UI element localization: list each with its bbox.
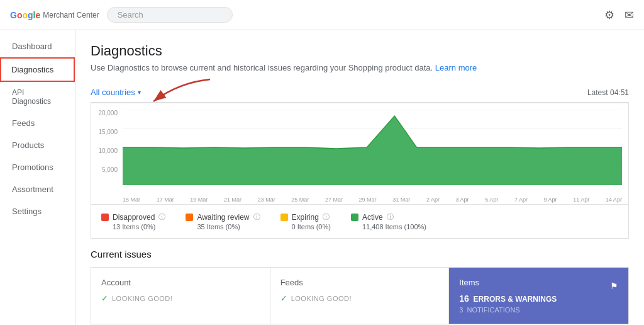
active-info-icon: ⓘ <box>387 212 394 222</box>
account-status: LOOKING GOOD! <box>112 295 172 302</box>
top-bar-left: Google Merchant Center Search <box>10 7 233 23</box>
active-dot <box>351 214 358 221</box>
learn-more-link[interactable]: Learn more <box>435 63 477 72</box>
legend-item-disapproved: Disapproved ⓘ 13 Items (0%) <box>101 212 165 231</box>
active-value: 11,408 Items (100%) <box>351 223 426 231</box>
account-checkmark: ✓ <box>101 294 108 303</box>
settings-icon[interactable]: ⚙ <box>604 8 614 22</box>
items-notifications-line: 3 NOTIFICATIONS <box>459 306 618 314</box>
sidebar-item-api-diagnostics[interactable]: API Diagnostics <box>0 82 75 112</box>
filter-bar: All countries ▾ Latest 04:51 <box>91 83 629 103</box>
country-filter[interactable]: All countries ▾ <box>91 88 141 97</box>
current-issues-section: Current issues Account ✓ LOOKING GOOD! F… <box>91 249 629 324</box>
legend-item-awaiting: Awaiting review ⓘ 35 Items (0%) <box>186 212 260 231</box>
x-label-27mar: 27 Mar <box>325 197 343 203</box>
y-label-10k: 10,000 <box>98 147 118 154</box>
x-label-9apr: 9 Apr <box>544 197 557 203</box>
sidebar-item-feeds[interactable]: Feeds <box>0 112 75 134</box>
account-card-title: Account <box>101 278 260 287</box>
sidebar-item-diagnostics[interactable]: Diagnostics <box>0 57 75 82</box>
country-label: All countries <box>91 88 135 97</box>
account-card: Account ✓ LOOKING GOOD! <box>91 268 270 324</box>
feeds-checkmark: ✓ <box>280 294 287 303</box>
search-input[interactable]: Search <box>107 7 233 23</box>
main-content: Diagnostics Use Diagnostics to browse cu… <box>75 30 644 325</box>
chart-container: 20,000 15,000 10,000 5,000 <box>91 103 628 204</box>
chart-wrapper: 20,000 15,000 10,000 5,000 <box>91 103 629 239</box>
x-label-14apr: 14 Apr <box>606 197 622 203</box>
page-description: Use Diagnostics to browse current and hi… <box>91 63 629 72</box>
x-label-25mar: 25 Mar <box>291 197 309 203</box>
chart-svg <box>123 110 622 185</box>
main-layout: Dashboard Diagnostics API Diagnostics Fe… <box>0 30 644 325</box>
disapproved-info-icon: ⓘ <box>158 212 165 222</box>
feeds-card-content: ✓ LOOKING GOOD! <box>280 294 439 303</box>
x-label-21mar: 21 Mar <box>224 197 242 203</box>
y-label-15k: 15,000 <box>98 128 118 135</box>
disapproved-label: Disapproved <box>113 213 155 222</box>
x-label-17mar: 17 Mar <box>157 197 174 203</box>
items-title-row: Items ⚑ <box>459 278 618 294</box>
feeds-card-title: Feeds <box>280 278 439 287</box>
expiring-value: 0 Items (0%) <box>280 223 331 231</box>
logo-merchant-label: Merchant Center <box>43 11 99 20</box>
x-label-3apr: 3 Apr <box>456 197 469 203</box>
x-label-19mar: 19 Mar <box>190 197 208 203</box>
y-label-5k: 5,000 <box>102 166 118 173</box>
x-label-23mar: 23 Mar <box>258 197 275 203</box>
flag-icon: ⚑ <box>610 281 618 291</box>
legend-item-expiring: Expiring ⓘ 0 Items (0%) <box>280 212 331 231</box>
x-label-7apr: 7 Apr <box>514 197 528 203</box>
x-label-31mar: 31 Mar <box>392 197 410 203</box>
sidebar-item-assortment[interactable]: Assortment <box>0 178 75 200</box>
sidebar-item-promotions[interactable]: Promotions <box>0 156 75 178</box>
current-issues-title: Current issues <box>91 249 629 259</box>
expiring-info-icon: ⓘ <box>323 212 330 222</box>
legend-bar: Disapproved ⓘ 13 Items (0%) Awaiting rev… <box>91 204 628 238</box>
issues-grid: Account ✓ LOOKING GOOD! Feeds ✓ LOOKING … <box>91 267 629 324</box>
x-axis-labels: 15 Mar 17 Mar 19 Mar 21 Mar 23 Mar 25 Ma… <box>123 197 622 203</box>
items-errors-line: 16 ERRORS & WARNINGS <box>459 294 618 304</box>
top-bar: Google Merchant Center Search ⚙ ✉ <box>0 0 644 30</box>
page-title: Diagnostics <box>91 43 629 59</box>
feeds-status: LOOKING GOOD! <box>291 295 352 302</box>
sidebar: Dashboard Diagnostics API Diagnostics Fe… <box>0 30 75 325</box>
logo: Google Merchant Center <box>10 10 99 20</box>
disapproved-value: 13 Items (0%) <box>101 223 165 231</box>
awaiting-dot <box>186 214 193 221</box>
items-card: Items ⚑ 16 ERRORS & WARNINGS 3 NOTIFICAT… <box>449 268 628 324</box>
x-label-29mar: 29 Mar <box>359 197 377 203</box>
top-bar-right: ⚙ ✉ <box>604 8 634 22</box>
items-card-title: Items <box>459 278 479 287</box>
active-label: Active <box>362 213 383 222</box>
y-axis-labels: 20,000 15,000 10,000 5,000 <box>91 110 120 185</box>
awaiting-label: Awaiting review <box>197 213 249 222</box>
sidebar-item-dashboard[interactable]: Dashboard <box>0 35 75 57</box>
awaiting-info-icon: ⓘ <box>253 212 260 222</box>
mail-icon[interactable]: ✉ <box>625 8 634 22</box>
feeds-card: Feeds ✓ LOOKING GOOD! <box>270 268 450 324</box>
x-label-5apr: 5 Apr <box>485 197 498 203</box>
dropdown-icon: ▾ <box>138 89 141 96</box>
expiring-dot <box>280 214 288 221</box>
account-card-content: ✓ LOOKING GOOD! <box>101 294 260 303</box>
x-label-15mar: 15 Mar <box>123 197 140 203</box>
legend-item-active: Active ⓘ 11,408 Items (100%) <box>351 212 426 231</box>
sidebar-item-settings[interactable]: Settings <box>0 200 75 222</box>
annotation-container: All countries ▾ Latest 04:51 <box>91 83 629 103</box>
awaiting-value: 35 Items (0%) <box>186 223 260 231</box>
x-label-11apr: 11 Apr <box>573 197 589 203</box>
svg-marker-6 <box>123 116 622 185</box>
latest-label: Latest 04:51 <box>587 88 629 97</box>
x-label-2apr: 2 Apr <box>426 197 440 203</box>
sidebar-item-products[interactable]: Products <box>0 134 75 156</box>
y-label-20k: 20,000 <box>98 110 118 117</box>
disapproved-dot <box>101 214 109 221</box>
expiring-label: Expiring <box>292 213 319 222</box>
